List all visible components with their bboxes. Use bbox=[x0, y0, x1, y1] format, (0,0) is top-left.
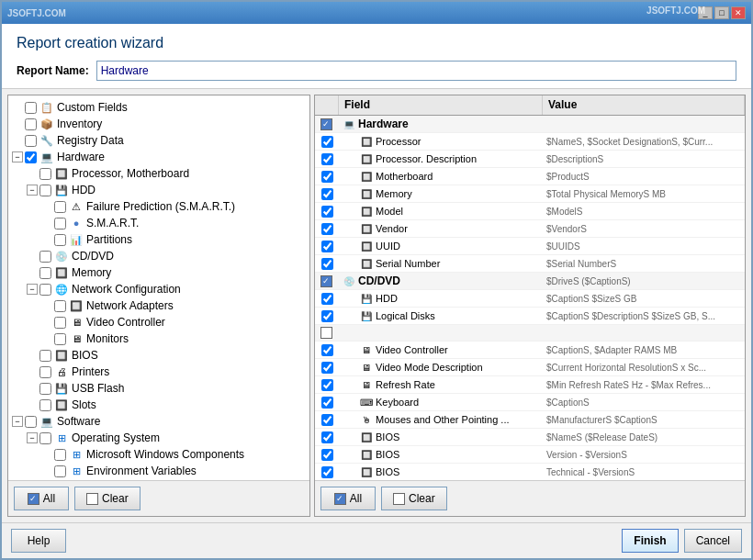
tree-item-net-adapters[interactable]: 🔲 Network Adapters bbox=[12, 297, 306, 314]
expand-hdd[interactable]: − bbox=[27, 185, 38, 196]
check-row-keyboard[interactable] bbox=[321, 397, 333, 409]
check-row-vidmode[interactable] bbox=[321, 362, 333, 374]
expand-software[interactable]: − bbox=[12, 416, 23, 427]
check-memory[interactable] bbox=[39, 267, 51, 279]
table-row-mem: 🔲 Memory $Total Physical MemoryS MB bbox=[315, 185, 745, 203]
close-button[interactable]: ✕ bbox=[731, 6, 746, 19]
tree-item-os[interactable]: − ⊞ Operating System bbox=[12, 430, 306, 446]
check-row-mem[interactable] bbox=[321, 188, 333, 200]
tree-item-printers[interactable]: 🖨 Printers bbox=[12, 364, 306, 380]
table-row-vendor: 🔲 Vendor $VendorS bbox=[315, 220, 745, 238]
icon-failure: ⚠ bbox=[69, 199, 84, 214]
check-row-uuid[interactable] bbox=[321, 241, 333, 252]
tree-item-registry-data[interactable]: 🔧 Registry Data bbox=[12, 132, 306, 149]
check-os[interactable] bbox=[39, 432, 51, 444]
report-name-input[interactable] bbox=[96, 61, 736, 81]
field-icon-proc: 🔲 bbox=[360, 135, 373, 148]
tree-item-software[interactable]: − 💻 Software bbox=[12, 413, 306, 430]
tree-item-hdd[interactable]: − 💾 HDD bbox=[12, 182, 306, 198]
check-row-bios1[interactable] bbox=[321, 431, 333, 443]
expand-cddvd bbox=[27, 251, 38, 262]
check-printers[interactable] bbox=[39, 366, 51, 378]
right-all-button[interactable]: ✓ All bbox=[320, 487, 376, 510]
bottom-left: Help bbox=[11, 529, 66, 553]
table-row-uuid: 🔲 UUID $UUIDS bbox=[315, 238, 745, 255]
check-cell-hardware[interactable]: ✓ bbox=[315, 117, 339, 132]
header-field-col: Field bbox=[339, 95, 543, 115]
section-check-cddvd[interactable]: ✓ bbox=[320, 275, 332, 287]
check-slots[interactable] bbox=[39, 399, 51, 411]
check-video-ctrl[interactable] bbox=[54, 317, 66, 329]
label-monitors: Monitors bbox=[86, 332, 129, 345]
expand-os[interactable]: − bbox=[27, 432, 38, 443]
tree-item-partitions[interactable]: 📊 Partitions bbox=[12, 231, 306, 248]
tree-item-hardware[interactable]: − 💻 Hardware bbox=[12, 149, 306, 165]
tree-item-slots[interactable]: 🔲 Slots bbox=[12, 397, 306, 413]
check-row-hdd-right[interactable] bbox=[321, 293, 333, 305]
check-usb[interactable] bbox=[39, 383, 51, 395]
tree-item-custom-fields[interactable]: 📋 Custom Fields bbox=[12, 99, 306, 116]
tree-item-env[interactable]: ⊞ Environment Variables bbox=[12, 463, 306, 479]
check-ms-win[interactable] bbox=[54, 449, 66, 461]
expand-hardware[interactable]: − bbox=[12, 151, 23, 162]
tree-item-inventory[interactable]: 📦 Inventory bbox=[12, 116, 306, 132]
check-row-bios2[interactable] bbox=[321, 449, 333, 461]
table-row-bios3: 🔲 BIOS Technical - $VersionS bbox=[315, 464, 745, 480]
check-net-adapters[interactable] bbox=[54, 300, 66, 312]
tree-item-network[interactable]: − 🌐 Network Configuration bbox=[12, 281, 306, 297]
check-row-proc-desc[interactable] bbox=[321, 153, 333, 165]
check-env[interactable] bbox=[54, 465, 66, 477]
tree-item-memory[interactable]: 🔲 Memory bbox=[12, 264, 306, 281]
check-row-refresh[interactable] bbox=[321, 379, 333, 391]
expand-registry-data bbox=[12, 135, 23, 146]
help-button[interactable]: Help bbox=[11, 529, 66, 553]
value-mem: $Total Physical MemoryS MB bbox=[543, 187, 745, 201]
check-row-mouse[interactable] bbox=[321, 414, 333, 426]
label-net-adapters: Network Adapters bbox=[86, 299, 174, 312]
check-row-serial[interactable] bbox=[321, 258, 333, 270]
check-row-bios3[interactable] bbox=[321, 466, 333, 478]
check-bios[interactable] bbox=[39, 350, 51, 362]
tree-item-ms-win[interactable]: ⊞ Microsoft Windows Components bbox=[12, 446, 306, 463]
label-hardware: Hardware bbox=[57, 151, 105, 163]
table-body: ✓ 💻 Hardware 🔲 Proc bbox=[315, 116, 745, 480]
check-network[interactable] bbox=[39, 284, 51, 296]
check-software[interactable] bbox=[25, 416, 37, 428]
check-custom-fields[interactable] bbox=[25, 102, 37, 114]
tree-item-smart[interactable]: ● S.M.A.R.T. bbox=[12, 215, 306, 231]
tree-item-cddvd[interactable]: 💿 CD/DVD bbox=[12, 248, 306, 264]
check-registry-data[interactable] bbox=[25, 135, 37, 147]
check-smart[interactable] bbox=[54, 218, 66, 230]
check-row-model[interactable] bbox=[321, 206, 333, 218]
finish-button[interactable]: Finish bbox=[622, 529, 678, 553]
check-row-logical[interactable] bbox=[321, 310, 333, 322]
label-custom-fields: Custom Fields bbox=[57, 101, 128, 114]
check-hardware[interactable] bbox=[25, 151, 37, 163]
tree-item-usb[interactable]: 💾 USB Flash bbox=[12, 380, 306, 397]
check-processor[interactable] bbox=[39, 168, 51, 180]
left-all-button[interactable]: ✓ All bbox=[14, 487, 69, 510]
check-inventory[interactable] bbox=[25, 118, 37, 130]
check-cddvd[interactable] bbox=[39, 251, 51, 263]
right-clear-button[interactable]: Clear bbox=[381, 487, 447, 510]
maximize-button[interactable]: □ bbox=[714, 6, 729, 19]
check-partitions[interactable] bbox=[54, 234, 66, 246]
check-row-vendor[interactable] bbox=[321, 223, 333, 235]
expand-network[interactable]: − bbox=[27, 284, 38, 295]
left-clear-button[interactable]: Clear bbox=[74, 487, 140, 510]
check-failure[interactable] bbox=[54, 201, 66, 213]
tree-item-processor[interactable]: 🔲 Processor, Motherboard bbox=[12, 165, 306, 182]
section-check-hardware[interactable]: ✓ bbox=[320, 118, 332, 130]
tree-item-bios[interactable]: 🔲 BIOS bbox=[12, 347, 306, 364]
tree-item-monitors[interactable]: 🖥 Monitors bbox=[12, 330, 306, 347]
check-row-mb[interactable] bbox=[321, 171, 333, 183]
check-monitors[interactable] bbox=[54, 333, 66, 345]
check-row-processor[interactable] bbox=[321, 136, 333, 148]
cancel-button[interactable]: Cancel bbox=[684, 529, 742, 553]
tree-item-failure[interactable]: ⚠ Failure Prediction (S.M.A.R.T.) bbox=[12, 198, 306, 215]
section-check-empty[interactable] bbox=[320, 327, 332, 339]
check-hdd[interactable] bbox=[39, 185, 51, 196]
value-mb: $ProductS bbox=[543, 170, 745, 184]
check-row-video[interactable] bbox=[321, 344, 333, 356]
tree-item-video-ctrl[interactable]: 🖥 Video Controller bbox=[12, 314, 306, 330]
